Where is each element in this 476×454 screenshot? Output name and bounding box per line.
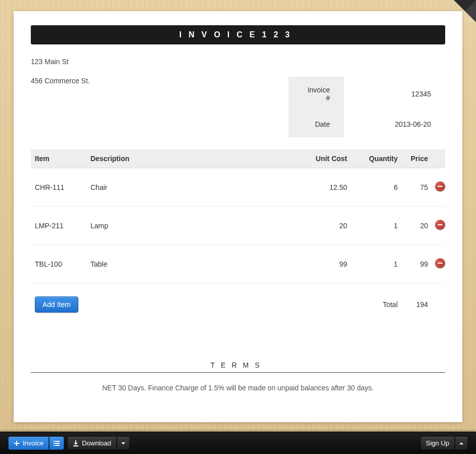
cell-unit-cost[interactable]: 99 [296, 245, 351, 283]
new-invoice-label: Invoice [23, 439, 43, 447]
svg-rect-3 [55, 441, 60, 442]
table-row: CHR-111 Chair 12.50 6 75 [31, 168, 445, 207]
svg-marker-9 [74, 443, 78, 445]
download-label: Download [82, 439, 111, 447]
footer-toolbar: Invoice Download [0, 432, 476, 454]
caret-down-icon [121, 442, 125, 444]
terms-heading: TERMS [31, 361, 445, 373]
total-label: Total [351, 283, 402, 326]
cell-price: 75 [402, 168, 432, 207]
svg-rect-6 [54, 445, 55, 446]
remove-row-button[interactable] [435, 220, 445, 230]
cell-item[interactable]: LMP-211 [31, 207, 86, 245]
page-corner-fold [454, 0, 476, 22]
line-items-table: Item Description Unit Cost Quantity Pric… [31, 149, 445, 326]
cell-quantity[interactable]: 1 [351, 245, 402, 283]
table-row: LMP-211 Lamp 20 1 20 [31, 207, 445, 245]
add-item-button[interactable]: Add Item [35, 296, 78, 313]
cell-quantity[interactable]: 6 [351, 168, 402, 207]
signup-label: Sign Up [426, 439, 449, 447]
total-value: 194 [402, 283, 432, 326]
terms-text[interactable]: NET 30 Days. Finance Charge of 1.5% will… [31, 384, 445, 392]
cell-quantity[interactable]: 1 [351, 207, 402, 245]
cell-price: 20 [402, 207, 432, 245]
remove-row-button[interactable] [435, 181, 445, 191]
new-invoice-button[interactable]: Invoice [8, 436, 49, 450]
cell-description[interactable]: Chair [86, 168, 296, 207]
invoice-date-value[interactable]: 2013-06-20 [344, 111, 445, 137]
svg-rect-1 [14, 443, 19, 444]
invoice-page: INVOICE123 123 Main St 456 Commerce St. … [14, 11, 462, 422]
svg-rect-5 [55, 443, 60, 444]
invoice-meta: Invoice # 12345 Date 2013-06-20 [289, 77, 445, 137]
cell-description[interactable]: Lamp [86, 207, 296, 245]
col-unit-cost: Unit Cost [296, 149, 351, 168]
cell-unit-cost[interactable]: 12.50 [296, 168, 351, 207]
signup-menu-toggle[interactable] [455, 436, 468, 450]
download-icon [73, 440, 79, 446]
col-item: Item [31, 149, 86, 168]
svg-rect-2 [54, 441, 55, 442]
signup-button[interactable]: Sign Up [420, 436, 455, 450]
seller-address[interactable]: 123 Main St [31, 58, 445, 66]
table-row: TBL-100 Table 99 1 99 [31, 245, 445, 283]
cell-description[interactable]: Table [86, 245, 296, 283]
download-menu-toggle[interactable] [117, 436, 130, 450]
cell-item[interactable]: TBL-100 [31, 245, 86, 283]
invoice-list-button[interactable] [49, 436, 64, 450]
invoice-number-value[interactable]: 12345 [344, 77, 445, 111]
cell-item[interactable]: CHR-111 [31, 168, 86, 207]
cell-unit-cost[interactable]: 20 [296, 207, 351, 245]
col-quantity: Quantity [351, 149, 402, 168]
cell-price: 99 [402, 245, 432, 283]
download-button[interactable]: Download [67, 436, 117, 450]
col-description: Description [86, 149, 296, 168]
remove-row-button[interactable] [435, 258, 445, 268]
totals-row: Add Item Total 194 [31, 283, 445, 326]
col-price: Price [402, 149, 432, 168]
svg-rect-10 [73, 445, 78, 446]
plus-icon [14, 440, 20, 446]
invoice-number-label: Invoice # [289, 77, 344, 111]
buyer-address[interactable]: 456 Commerce St. [31, 77, 289, 85]
svg-rect-7 [55, 445, 60, 446]
list-icon [54, 440, 60, 446]
invoice-title: INVOICE123 [31, 25, 445, 44]
invoice-date-label: Date [289, 111, 344, 137]
caret-up-icon [459, 442, 463, 444]
svg-rect-4 [54, 443, 55, 444]
